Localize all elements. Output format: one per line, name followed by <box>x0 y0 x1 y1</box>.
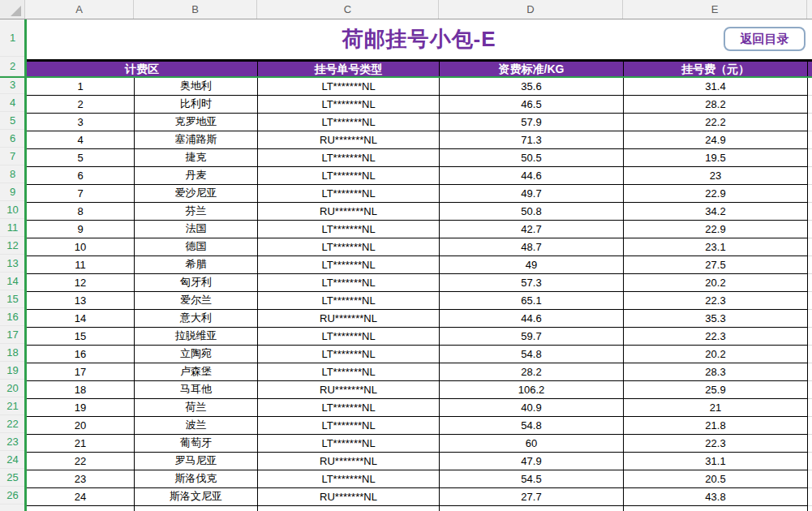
column-header-c[interactable]: C <box>257 0 439 19</box>
fee-cell[interactable]: 22.3 <box>624 435 808 452</box>
fee-cell[interactable]: 31.4 <box>624 78 808 95</box>
type-cell[interactable]: RU*******NL <box>258 131 440 148</box>
rate-cell[interactable]: 106.2 <box>440 381 624 398</box>
row-header-10[interactable]: 10 <box>0 201 25 219</box>
zone-cell[interactable]: 2 <box>27 96 135 113</box>
type-cell[interactable]: RU*******NL <box>258 381 440 398</box>
fee-cell[interactable]: 22.3 <box>624 292 808 309</box>
fee-cell[interactable]: 24.9 <box>624 131 808 148</box>
row-header-13[interactable]: 13 <box>0 255 25 273</box>
zone-cell[interactable]: 23 <box>27 470 135 487</box>
rate-cell[interactable]: 54.8 <box>440 417 624 434</box>
country-cell[interactable]: 立陶宛 <box>135 346 258 363</box>
rate-cell[interactable]: 57.9 <box>440 114 624 131</box>
fee-cell[interactable]: 23 <box>624 167 808 184</box>
country-cell[interactable]: 匈牙利 <box>135 274 258 291</box>
row-header-2[interactable]: 2 <box>0 57 25 76</box>
row-header-8[interactable]: 8 <box>0 165 25 183</box>
row-header-20[interactable]: 20 <box>0 380 25 397</box>
zone-cell[interactable]: 12 <box>27 274 135 291</box>
zone-cell[interactable]: 5 <box>27 149 135 166</box>
rate-cell[interactable]: 27.7 <box>440 488 624 505</box>
type-cell[interactable]: LT*******NL <box>258 78 440 95</box>
column-header-f-sliver[interactable] <box>807 0 812 19</box>
country-cell[interactable]: 荷兰 <box>135 399 258 416</box>
empty-cell[interactable] <box>27 506 135 511</box>
fee-cell[interactable]: 34.2 <box>624 203 808 220</box>
fee-cell[interactable]: 25.9 <box>624 381 808 398</box>
type-cell[interactable]: LT*******NL <box>258 328 440 345</box>
row-header-23[interactable]: 23 <box>0 433 25 451</box>
row-header-26[interactable]: 26 <box>0 487 25 505</box>
rate-cell[interactable]: 49 <box>440 256 624 273</box>
fee-cell[interactable]: 22.9 <box>624 185 808 202</box>
row-header-17[interactable]: 17 <box>0 326 25 344</box>
rate-cell[interactable]: 35.6 <box>440 78 624 95</box>
zone-cell[interactable]: 16 <box>27 346 135 363</box>
row-header-14[interactable]: 14 <box>0 273 25 290</box>
type-cell[interactable]: LT*******NL <box>258 185 440 202</box>
header-cell-rate-per-kg[interactable]: 资费标准/KG <box>440 62 624 76</box>
column-header-a[interactable]: A <box>25 0 134 19</box>
row-header-9[interactable]: 9 <box>0 183 25 201</box>
country-cell[interactable]: 爱沙尼亚 <box>135 185 258 202</box>
country-cell[interactable]: 丹麦 <box>135 167 258 184</box>
country-cell[interactable]: 捷克 <box>135 149 258 166</box>
row-header-25[interactable]: 25 <box>0 469 25 487</box>
zone-cell[interactable]: 4 <box>27 131 135 148</box>
type-cell[interactable]: LT*******NL <box>258 149 440 166</box>
fee-cell[interactable]: 20.5 <box>624 470 808 487</box>
fee-cell[interactable]: 20.2 <box>624 274 808 291</box>
zone-cell[interactable]: 20 <box>27 417 135 434</box>
fee-cell[interactable]: 28.2 <box>624 96 808 113</box>
rate-cell[interactable]: 46.5 <box>440 96 624 113</box>
row-header-21[interactable]: 21 <box>0 397 25 415</box>
type-cell[interactable]: LT*******NL <box>258 167 440 184</box>
zone-cell[interactable]: 19 <box>27 399 135 416</box>
zone-cell[interactable]: 7 <box>27 185 135 202</box>
row-header-1[interactable]: 1 <box>0 19 25 57</box>
row-header-12[interactable]: 12 <box>0 237 25 255</box>
row-header-22[interactable]: 22 <box>0 415 25 433</box>
fee-cell[interactable]: 35.3 <box>624 310 808 327</box>
type-cell[interactable]: LT*******NL <box>258 470 440 487</box>
fee-cell[interactable]: 43.8 <box>624 488 808 505</box>
row-header-7[interactable]: 7 <box>0 148 25 165</box>
zone-cell[interactable]: 10 <box>27 238 135 256</box>
rate-cell[interactable]: 60 <box>440 435 624 452</box>
zone-cell[interactable]: 8 <box>27 203 135 220</box>
country-cell[interactable]: 德国 <box>135 238 258 256</box>
country-cell[interactable]: 意大利 <box>135 310 258 327</box>
fee-cell[interactable]: 21 <box>624 399 808 416</box>
zone-cell[interactable]: 21 <box>27 435 135 452</box>
fee-cell[interactable]: 21.8 <box>624 417 808 434</box>
fee-cell[interactable]: 22.9 <box>624 221 808 238</box>
row-header-15[interactable]: 15 <box>0 290 25 308</box>
country-cell[interactable]: 葡萄牙 <box>135 435 258 452</box>
zone-cell[interactable]: 9 <box>27 221 135 238</box>
row-header-3[interactable]: 3 <box>0 76 25 94</box>
country-cell[interactable]: 拉脱维亚 <box>135 328 258 345</box>
rate-cell[interactable]: 42.7 <box>440 221 624 238</box>
rate-cell[interactable]: 59.7 <box>440 328 624 345</box>
country-cell[interactable]: 马耳他 <box>135 381 258 398</box>
type-cell[interactable]: LT*******NL <box>258 399 440 416</box>
type-cell[interactable]: LT*******NL <box>258 114 440 131</box>
zone-cell[interactable]: 3 <box>27 114 135 131</box>
zone-cell[interactable]: 22 <box>27 453 135 470</box>
rate-cell[interactable]: 44.6 <box>440 167 624 184</box>
fee-cell[interactable]: 22.3 <box>624 328 808 345</box>
zone-cell[interactable]: 15 <box>27 328 135 345</box>
type-cell[interactable]: LT*******NL <box>258 346 440 363</box>
rate-cell[interactable]: 44.6 <box>440 310 624 327</box>
rate-cell[interactable]: 71.3 <box>440 131 624 148</box>
column-header-b[interactable]: B <box>134 0 257 19</box>
rate-cell[interactable]: 54.5 <box>440 470 624 487</box>
fee-cell[interactable]: 19.5 <box>624 149 808 166</box>
type-cell[interactable]: RU*******NL <box>258 203 440 220</box>
rate-cell[interactable]: 50.5 <box>440 149 624 166</box>
country-cell[interactable]: 奥地利 <box>135 78 258 95</box>
fee-cell[interactable]: 31.1 <box>624 453 808 470</box>
country-cell[interactable]: 罗马尼亚 <box>135 453 258 470</box>
type-cell[interactable]: RU*******NL <box>258 453 440 470</box>
